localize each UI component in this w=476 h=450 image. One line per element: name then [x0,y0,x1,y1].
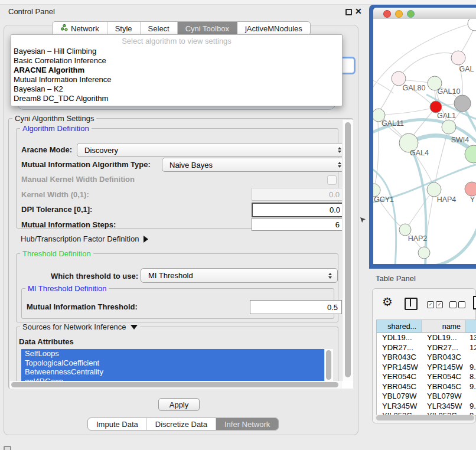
tab-label: Network [71,24,99,33]
network-edge[interactable] [373,78,393,93]
apply-button[interactable]: Apply [158,398,200,411]
table-row[interactable]: YBR043CYBR043C [377,353,476,363]
network-canvas[interactable]: GALGAL80GAL10GAL1GAL11SWI4GAL4GCY1HAP4YH… [373,19,476,264]
column-header-name[interactable]: name [422,320,466,333]
attributes-scrollbar-track [324,349,333,382]
tab-label: jActiveMNodules [245,24,302,33]
algorithm-item-dream8-dc-tdc-algorithm[interactable]: Dream8 DC_TDC Algorithm [11,94,342,103]
tab-jactivemnodules[interactable]: jActiveMNodules [237,22,310,35]
node-gal1[interactable] [430,101,442,113]
bottom-tab-discretize-data[interactable]: Discretize Data [147,418,216,430]
table-row[interactable]: YDL19...YDL19...13 [377,333,476,343]
checked-columns-icon[interactable]: ✓ ✓ [427,301,443,308]
kernel-width-input[interactable] [252,188,344,201]
tab-style[interactable]: Style [107,22,141,35]
column-header-a[interactable]: A [466,320,476,333]
table-row[interactable]: YDR27...YDR27...12 [377,343,476,353]
network-graph: GALGAL80GAL10GAL1GAL11SWI4GAL4GCY1HAP4YH… [373,19,476,264]
bottom-tab-impute-data[interactable]: Impute Data [88,418,147,430]
algorithm-item-bayesian-hill-climbing[interactable]: Bayesian – Hill Climbing [11,47,342,56]
node-label-gal10: GAL10 [438,87,461,96]
network-edge[interactable] [380,84,395,109]
table-cell: YLR345W [422,402,466,412]
gear-icon[interactable]: ⚙ [382,295,393,309]
mi-threshold-definition-title: MI Threshold Definition [25,284,109,293]
network-edge[interactable] [413,112,432,136]
attributes-scrollbar-thumb[interactable] [326,350,331,380]
hub-tf-definition-toggle[interactable]: Hub/Transcription Factor Definition [21,234,148,243]
cyni-algorithm-settings-group: Cyni Algorithm Settings Algorithm Defini… [8,118,353,389]
node-label-hap4: HAP4 [437,195,457,204]
dpi-tolerance-input[interactable] [252,203,345,217]
float-window-icon[interactable] [345,9,352,15]
attribute-item-topologicalcoefficient[interactable]: TopologicalCoefficient [21,358,324,368]
network-edge-highlighted[interactable] [410,145,426,264]
node-unlabeled[interactable] [454,95,471,112]
attribute-item-betweennesscentrality[interactable]: BetweennessCentrality [21,367,324,377]
collapsed-arrow-icon [144,236,148,243]
document-icon[interactable] [473,296,476,309]
sources-toggle[interactable]: Sources for Network Inference [20,322,140,331]
tab-select[interactable]: Select [141,22,178,35]
table-row[interactable]: YBR045CYBR045C9. [377,382,476,392]
node-gal[interactable] [451,51,465,65]
tab-label: Style [115,24,132,33]
node-hap2[interactable] [399,224,411,236]
bottom-tab-infer-network[interactable]: Infer Network [216,418,278,430]
algorithm-item-aracne-algorithm[interactable]: ARACNE Algorithm [11,66,342,75]
attribute-item-selfloops[interactable]: SelfLoops [21,349,324,358]
table-body: YDL19...YDL19...13YDR27...YDR27...12YBR0… [377,333,476,416]
mi-threshold-input[interactable] [250,300,342,314]
table-hscrollbar-thumb[interactable] [376,415,474,420]
network-edge[interactable] [403,53,457,73]
table-row[interactable]: YPR145WYPR145W9. [377,363,476,373]
which-threshold-select[interactable]: MI Threshold [141,268,338,283]
network-edge[interactable] [462,27,474,51]
column-layout-icon[interactable] [405,298,418,310]
node-hap4[interactable] [427,182,441,197]
node-swi4[interactable] [442,120,456,134]
settings-hscrollbar-thumb[interactable] [11,382,338,387]
table-row[interactable]: YLR345WYLR345W9. [377,402,476,412]
aracne-mode-value: Discovery [84,146,118,155]
mi-steps-input[interactable] [252,218,344,231]
algorithm-item-mutual-information-inference[interactable]: Mutual Information Inference [11,75,342,84]
mi-type-select[interactable]: Naive Bayes [162,158,347,172]
close-traffic-light-icon[interactable] [383,10,391,18]
network-edge-highlighted[interactable] [373,167,396,264]
node-y[interactable] [465,182,476,196]
table-cell [466,353,476,363]
table-row[interactable]: YER054CYER054C8. [377,372,476,382]
table-cell: YBR045C [422,382,466,392]
algorithm-definition-group: Algorithm Definition Aracne Mode: Discov… [16,128,338,229]
node-unlabeled[interactable] [418,247,430,259]
network-edge[interactable] [385,109,430,115]
stepper-icon [338,162,341,168]
bottom-tab-bar: Impute DataDiscretize DataInfer Network [87,418,279,431]
close-icon[interactable]: ✕ [355,6,362,16]
algorithm-item-basic-correlation-inference[interactable]: Basic Correlation Inference [11,56,342,66]
aracne-mode-select[interactable]: Discovery [77,143,347,157]
aracne-mode-label: Aracne Mode: [21,145,72,154]
network-window-titlebar[interactable] [373,8,476,19]
tab-cyni-toolbox[interactable]: Cyni Toolbox [178,22,237,35]
column-header-shared-[interactable]: shared... [377,320,422,333]
kernel-width-label: Kernel Width (0,1): [21,190,89,199]
table-row[interactable]: YBL079WYBL079W [377,392,476,402]
partial-window-icon [4,446,11,450]
node-unlabeled[interactable] [468,19,476,31]
unchecked-columns-icon[interactable] [449,301,465,308]
table-cell: YBL079W [422,392,466,402]
settings-vscrollbar-thumb[interactable] [345,122,351,377]
zoom-traffic-light-icon[interactable] [407,10,415,18]
minimize-traffic-light-icon[interactable] [395,10,403,18]
which-threshold-label: Which threshold to use: [51,272,138,281]
network-edge-highlighted[interactable] [435,219,476,264]
manual-kernel-checkbox[interactable] [327,175,337,185]
tab-network[interactable]: Network [53,22,107,35]
network-edge[interactable] [406,80,428,83]
algorithm-item-bayesian-k2[interactable]: Bayesian – K2 [11,84,342,94]
algorithm-list: Bayesian – Hill ClimbingBasic Correlatio… [11,47,342,103]
node-gcy1[interactable] [373,184,380,197]
mi-type-value: Naive Bayes [169,161,213,169]
